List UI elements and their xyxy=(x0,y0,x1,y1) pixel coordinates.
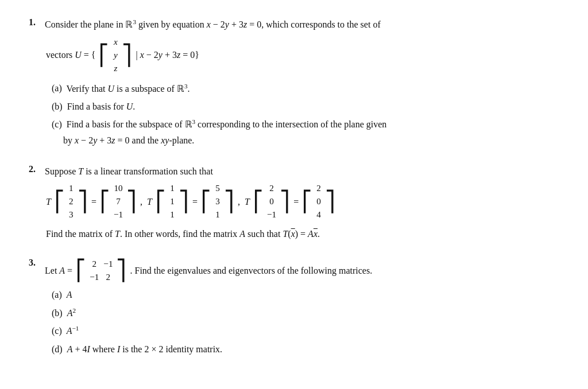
part-b-label: (b) xyxy=(52,102,65,111)
problem-1-part-a: (a) Verify that U is a subspace of ℝ3. xyxy=(52,80,559,96)
let-a-label: Let A = xyxy=(45,263,72,278)
problem-3-parts: (a) A (b) A2 (c) A−1 (d) A + 4I where I … xyxy=(52,287,559,356)
problem-2: 2. Suppose T is a linear transformation … xyxy=(29,164,559,242)
problem-1-number: 1. xyxy=(29,17,42,28)
input-matrix-1: ⎡ 1 2 3 ⎤ xyxy=(55,182,88,221)
problem-1-header: 1. Consider the plane in ℝ3 given by equ… xyxy=(29,17,559,32)
p3-part-d-label: (d) xyxy=(52,344,65,354)
problem-3: 3. Let A = ⎡ 2 −1 −1 2 ⎤ . Find the eige… xyxy=(29,258,559,357)
transform-eq-3: T ⎡ 2 0 −1 ⎤ = ⎡ 2 0 4 ⎤ xyxy=(245,182,336,221)
problem-2-conclusion: Find the matrix of T. In other words, fi… xyxy=(46,226,559,242)
problem-3-number: 3. xyxy=(29,258,42,268)
conclusion-text: Find the matrix of T. In other words, fi… xyxy=(46,229,320,239)
problem-1: 1. Consider the plane in ℝ3 given by equ… xyxy=(29,17,559,148)
p3-part-b-sup: 2 xyxy=(72,307,76,314)
input-matrix-2: ⎡ 1 1 1 ⎤ xyxy=(156,182,189,221)
cell-x: x xyxy=(113,36,118,49)
problem-2-intro: Suppose T is a linear transformation suc… xyxy=(45,164,559,179)
problem-1-parts: (a) Verify that U is a subspace of ℝ3. (… xyxy=(52,80,559,147)
vectors-label: vectors U = { xyxy=(46,47,98,64)
comma-1: , xyxy=(140,197,142,207)
part-a-label: (a) xyxy=(52,84,64,94)
T-label-2: T xyxy=(147,197,152,207)
problem-3-header: 3. Let A = ⎡ 2 −1 −1 2 ⎤ . Find the eige… xyxy=(29,258,559,284)
problem-3-part-a: (a) A xyxy=(52,287,559,302)
cell-z: z xyxy=(113,62,118,75)
p3-part-d-text: A + 4I where I is the 2 × 2 identity mat… xyxy=(67,344,222,354)
bracket-left: ⎡ xyxy=(99,45,109,65)
equals-3: = xyxy=(293,197,299,207)
output-matrix-2: ⎡ 5 3 1 ⎤ xyxy=(201,182,234,221)
output-matrix-3: ⎡ 2 0 4 ⎤ xyxy=(302,182,335,221)
vectors-definition: vectors U = { ⎡ x y z ⎤ | x − 2y + 3z = … xyxy=(46,36,559,75)
problem-1-part-b: (b) Find a basis for U. xyxy=(52,99,559,114)
output-matrix-1: ⎡ 10 7 −1 ⎤ xyxy=(100,182,137,221)
part-b-text: Find a basis for U. xyxy=(67,102,136,111)
cell-y: y xyxy=(113,49,118,62)
after-matrix-text: . Find the eigenvalues and eigenvectors … xyxy=(130,263,372,278)
part-a-text: Verify that U is a subspace of ℝ3. xyxy=(66,84,189,94)
part-c-label: (c) xyxy=(52,119,64,129)
vector-col: x y z xyxy=(113,36,118,75)
p3-part-b-label: (b) xyxy=(52,308,65,318)
problem-3-text: Let A = ⎡ 2 −1 −1 2 ⎤ . Find the eigenva… xyxy=(45,258,559,284)
problem-3-part-b: (b) A2 xyxy=(52,305,559,321)
vector-condition: | x − 2y + 3z = 0} xyxy=(133,47,199,64)
T-label-1: T xyxy=(46,197,51,207)
transform-eq-2: T ⎡ 1 1 1 ⎤ = ⎡ 5 3 1 ⎤ , xyxy=(147,182,240,221)
p3-part-a-text: A xyxy=(67,290,72,299)
bracket-right: ⎤ xyxy=(122,45,132,65)
problem-1-text: Consider the plane in ℝ3 given by equati… xyxy=(45,17,559,32)
part-c-text: Find a basis for the subspace of ℝ3 corr… xyxy=(52,119,386,145)
p3-part-a-label: (a) xyxy=(52,290,64,299)
input-matrix-3: ⎡ 2 0 −1 ⎤ xyxy=(253,182,290,221)
equals-1: = xyxy=(91,197,96,207)
problem-1-part-c: (c) Find a basis for the subspace of ℝ3 … xyxy=(52,116,559,148)
p3-part-c-label: (c) xyxy=(52,326,64,336)
vector-matrix: ⎡ x y z ⎤ xyxy=(99,36,132,75)
problem-2-number: 2. xyxy=(29,164,42,174)
p3-part-c-sup: −1 xyxy=(72,325,79,332)
problem-2-header: 2. Suppose T is a linear transformation … xyxy=(29,164,559,179)
problem-3-part-d: (d) A + 4I where I is the 2 × 2 identity… xyxy=(52,341,559,357)
matrix-a-display: ⎡ 2 −1 −1 2 ⎤ xyxy=(76,258,126,284)
p3-part-c-text: A xyxy=(67,326,72,336)
p3-part-b-text: A xyxy=(67,308,73,318)
comma-2: , xyxy=(238,197,240,207)
transform-eq-1: T ⎡ 1 2 3 ⎤ = ⎡ 10 7 −1 ⎤ , xyxy=(46,182,142,221)
T-label-3: T xyxy=(245,197,250,207)
transformations-line: T ⎡ 1 2 3 ⎤ = ⎡ 10 7 −1 ⎤ , xyxy=(46,182,559,221)
problem-3-part-c: (c) A−1 xyxy=(52,323,559,339)
equals-2: = xyxy=(192,197,198,207)
